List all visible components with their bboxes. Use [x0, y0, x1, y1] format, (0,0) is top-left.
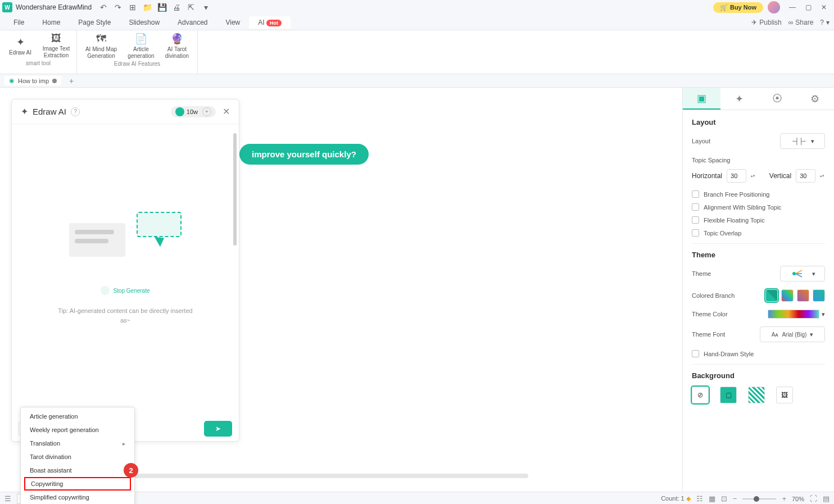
hand-drawn-checkbox[interactable] [692, 350, 699, 357]
topic-spacing-label: Topic Spacing [692, 157, 825, 164]
buy-now-button[interactable]: 🛒 Buy Now [713, 2, 763, 13]
swatch-1[interactable] [765, 289, 778, 302]
layout-preview-icon: ╶┤├╴ [791, 138, 808, 145]
stop-generate-link[interactable]: Stop Generate [113, 288, 149, 294]
redo-button[interactable]: ↷ [113, 2, 123, 12]
outline-icon[interactable]: ☰ [4, 494, 11, 503]
fit-icon[interactable]: ⊡ [721, 494, 727, 503]
panel-help-icon[interactable]: ? [71, 107, 80, 116]
topic-overlap-checkbox[interactable] [692, 229, 699, 237]
align-sibling-checkbox[interactable] [692, 203, 699, 211]
edraw-ai-button[interactable]: ✦ Edraw AI [4, 33, 36, 59]
sidebar-tab-style[interactable]: ✦ [720, 88, 758, 110]
collapse-icon[interactable]: ▤ [823, 494, 830, 503]
branch-free-checkbox[interactable] [692, 190, 699, 198]
chevron-down-icon[interactable]: ▾ [822, 311, 825, 318]
view-list-icon[interactable]: ☷ [696, 494, 703, 503]
article-generation-button[interactable]: 📄 Article generation [125, 33, 157, 60]
menu-copywriting[interactable]: Copywriting [24, 477, 131, 491]
edraw-ai-panel: ✦ Edraw AI ? 10w + ✕ [11, 99, 239, 442]
chevron-down-icon: ▾ [810, 331, 813, 338]
undo-button[interactable]: ↶ [98, 2, 108, 12]
menu-weekly-report[interactable]: Weekly report generation [21, 423, 134, 437]
menu-view[interactable]: View [216, 16, 249, 29]
view-grid-icon[interactable]: ▦ [709, 494, 715, 503]
share-icon: ∞ [788, 19, 794, 26]
fullscreen-icon[interactable]: ⛶ [810, 494, 817, 503]
doc-tab[interactable]: ◉ How to imp [4, 76, 61, 85]
zoom-in-button[interactable]: + [782, 494, 786, 503]
title-bar: W Wondershare EdrawMind ↶ ↷ ⊞ 📁 💾 🖨 ⇱ ▾ … [0, 0, 834, 15]
sidebar-tab-layout[interactable]: ▣ [683, 88, 720, 110]
scrollbar[interactable] [233, 133, 237, 246]
bg-none[interactable]: ⊘ [692, 387, 709, 403]
vertical-spacing-input[interactable]: 30 [796, 169, 815, 183]
add-tab-button[interactable]: + [66, 75, 77, 87]
zoom-out-button[interactable]: − [733, 494, 737, 503]
sidebar-tabs: ▣ ✦ ⦿ ⚙ [683, 88, 834, 110]
hot-badge: Hot [266, 20, 282, 26]
menu-file[interactable]: File [4, 16, 33, 29]
main-area: improve yourself quickly? ✦ Edraw AI ? 1… [0, 88, 834, 492]
app-logo-icon: W [2, 2, 12, 12]
panel-close-button[interactable]: ✕ [223, 106, 230, 117]
token-chip[interactable]: 10w + [171, 106, 216, 117]
edraw-ai-body: Stop Generate Tip: AI-generated content … [12, 124, 239, 416]
horizontal-spacing-input[interactable]: 30 [727, 169, 746, 183]
sidebar-tab-settings[interactable]: ⚙ [796, 88, 834, 110]
bg-image[interactable]: 🖼 [776, 387, 793, 403]
flex-float-checkbox[interactable] [692, 216, 699, 224]
canvas-horizontal-scrollbar[interactable] [101, 474, 528, 478]
export-button[interactable]: ⇱ [186, 2, 196, 12]
ai-tools-menu: Article generation Weekly report generat… [20, 407, 135, 504]
menu-page-style[interactable]: Page Style [69, 16, 120, 29]
publish-button[interactable]: ✈ Publish [751, 19, 781, 26]
colored-branch-swatches [765, 289, 825, 302]
menu-boast-assistant[interactable]: Boast assistant [21, 464, 134, 477]
minimize-button[interactable]: — [785, 2, 800, 13]
maximize-button[interactable]: ▢ [800, 2, 816, 13]
theme-color-bar[interactable] [768, 310, 819, 319]
horizontal-stepper[interactable]: ▴▾ [751, 174, 756, 178]
print-button[interactable]: 🖨 [171, 2, 182, 12]
open-button[interactable]: 📁 [142, 2, 152, 12]
menu-translation[interactable]: Translation ▸ [21, 437, 134, 450]
menu-article-generation[interactable]: Article generation [21, 410, 134, 423]
user-avatar[interactable] [768, 1, 780, 13]
close-window-button[interactable]: ✕ [816, 2, 832, 13]
svg-point-0 [792, 272, 796, 275]
more-button[interactable]: ▾ [201, 2, 211, 12]
zoom-slider[interactable] [742, 498, 776, 500]
canvas-area[interactable]: improve yourself quickly? ✦ Edraw AI ? 1… [0, 88, 682, 492]
menu-simplified-copywriting[interactable]: Simplified copywriting [21, 491, 134, 504]
save-button[interactable]: 💾 [157, 2, 167, 12]
ai-mindmap-button[interactable]: 🗺 AI Mind Map Generation [81, 33, 121, 60]
menu-ai[interactable]: AI Hot [249, 16, 291, 29]
app-name: Wondershare EdrawMind [16, 3, 92, 11]
bg-pattern[interactable] [748, 387, 765, 403]
layout-dropdown[interactable]: ╶┤├╴ ▾ [780, 133, 825, 149]
panel-ai-icon: ✦ [21, 106, 28, 117]
image-text-extraction-button[interactable]: 🖼 Image Text Extraction [40, 33, 72, 59]
help-icon: ? [820, 19, 824, 26]
menu-tarot-divination[interactable]: Tarot divination [21, 450, 134, 464]
menu-home[interactable]: Home [33, 16, 69, 29]
token-add-button[interactable]: + [202, 107, 211, 116]
share-button[interactable]: ∞ Share [788, 19, 814, 26]
bg-solid[interactable]: ▢ [720, 387, 737, 403]
stop-gen-dot-icon [101, 286, 110, 295]
theme-font-dropdown[interactable]: Aᴀ Arial (Big) ▾ [760, 326, 825, 342]
menu-slideshow[interactable]: Slideshow [120, 16, 169, 29]
new-button[interactable]: ⊞ [128, 2, 138, 12]
swatch-4[interactable] [813, 289, 825, 302]
central-topic-node[interactable]: improve yourself quickly? [239, 144, 369, 165]
help-button[interactable]: ? ▾ [820, 19, 830, 26]
send-button[interactable]: ➤ [204, 421, 232, 437]
sidebar-tab-mark[interactable]: ⦿ [759, 88, 796, 110]
menu-advanced[interactable]: Advanced [169, 16, 216, 29]
swatch-2[interactable] [781, 289, 794, 302]
ai-tarot-button[interactable]: 🔮 AI Tarot divination [161, 33, 193, 60]
swatch-3[interactable] [797, 289, 809, 302]
theme-dropdown[interactable]: ▾ [780, 266, 825, 281]
vertical-stepper[interactable]: ▴▾ [820, 174, 825, 178]
